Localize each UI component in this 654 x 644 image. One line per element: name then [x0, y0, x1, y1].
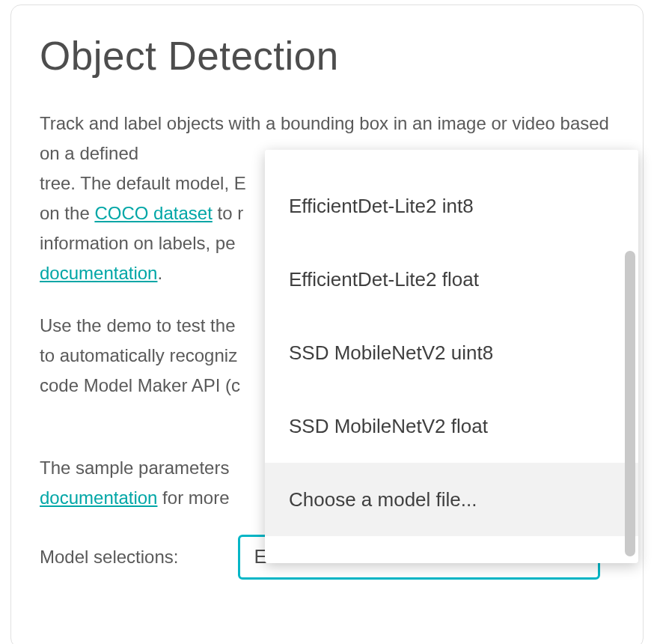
model-dropdown-popup: EfficientDet-Lite0 float EfficientDet-Li…: [265, 150, 638, 563]
documentation-link-1[interactable]: documentation: [40, 263, 157, 283]
intro-text-3: on the: [40, 203, 94, 223]
page-title: Object Detection: [40, 35, 614, 77]
dropdown-item[interactable]: EfficientDet-Lite2 float: [265, 243, 638, 316]
model-select-label: Model selections:: [40, 547, 178, 568]
dropdown-item-label: Choose a model file...: [289, 488, 477, 511]
sample-text-1: The sample parameters: [40, 458, 229, 478]
scrollbar-thumb[interactable]: [625, 251, 635, 556]
dropdown-item[interactable]: EfficientDet-Lite2 int8: [265, 169, 638, 243]
sample-text-2: for more: [157, 487, 229, 508]
demo-text-1: Use the demo to test the: [40, 315, 235, 335]
dropdown-item-label: EfficientDet-Lite2 int8: [289, 195, 474, 218]
dropdown-item-label: SSD MobileNetV2 float: [289, 415, 488, 438]
intro-text-4: to r: [213, 203, 243, 223]
demo-text-3: code Model Maker API (c: [40, 375, 240, 395]
intro-text-2: tree. The default model, E: [40, 173, 246, 193]
dropdown-item-label: SSD MobileNetV2 uint8: [289, 341, 493, 365]
dropdown-item[interactable]: EfficientDet-Lite0 float: [265, 150, 638, 169]
intro-text-5: information on labels, pe: [40, 233, 236, 253]
intro-text-end: .: [157, 263, 162, 283]
dropdown-item-choose-file[interactable]: Choose a model file...: [265, 463, 638, 536]
demo-text-2: to automatically recogniz: [40, 345, 237, 365]
documentation-link-2[interactable]: documentation: [40, 487, 157, 508]
dropdown-item[interactable]: SSD MobileNetV2 float: [265, 389, 638, 463]
dropdown-scrollbar[interactable]: [625, 251, 635, 556]
dropdown-item-label: EfficientDet-Lite2 float: [289, 268, 479, 291]
coco-dataset-link[interactable]: COCO dataset: [94, 203, 212, 223]
dropdown-item[interactable]: SSD MobileNetV2 uint8: [265, 316, 638, 389]
